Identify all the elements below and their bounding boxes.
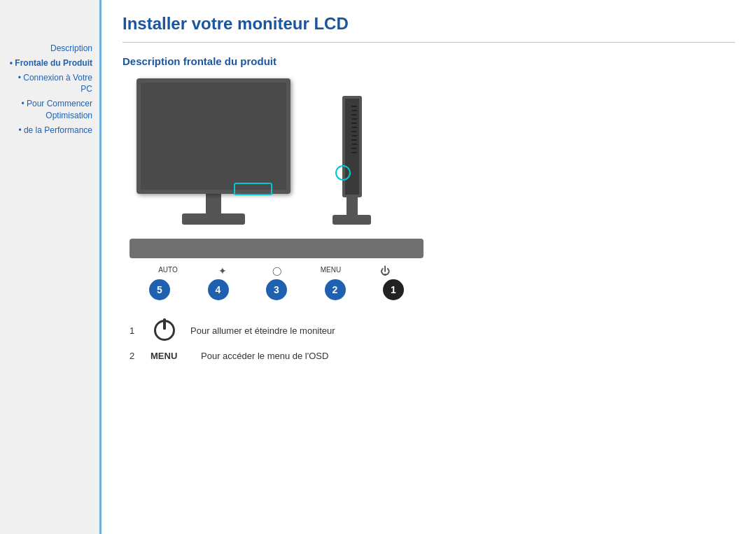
vent-line (351, 122, 357, 124)
sidebar-item-frontale[interactable]: • Frontale du Produit (7, 57, 92, 70)
sidebar-item-description[interactable]: Description (7, 42, 92, 55)
vent-line (351, 110, 357, 111)
vent-line (351, 114, 357, 115)
vent-line (351, 106, 357, 107)
btn-label-menu: MENU (314, 266, 349, 275)
monitor-side-view (332, 96, 371, 225)
vent-line (351, 143, 357, 145)
page-title: Installer votre moniteur LCD (122, 14, 735, 34)
button-bar (130, 239, 424, 258)
vent-line (351, 127, 357, 128)
monitor-images (122, 78, 735, 225)
btn-number-4: 4 (208, 279, 229, 300)
vent-line (351, 139, 357, 141)
sidebar: Description • Frontale du Produit • Conn… (0, 0, 102, 534)
btn-icon-3: ◯ (272, 266, 281, 276)
vent-line (351, 135, 357, 136)
monitor-side-base (332, 215, 371, 225)
button-panel-area: AUTO ✦ ◯ MENU ⏻ 5 4 3 (130, 239, 735, 300)
legend-text-2: Pour accéder le menu de l'OSD (201, 351, 328, 361)
btn-label-menu-text: MENU (321, 266, 341, 274)
monitor-side-frame (342, 96, 362, 197)
legend-item-1: 1 Pour allumer et éteindre le moniteur (130, 320, 735, 341)
power-icon (154, 320, 175, 341)
btn-label-auto: AUTO (150, 266, 186, 275)
sidebar-item-pour[interactable]: • Pour Commencer Optimisation (7, 97, 92, 122)
legend-icon-power (147, 320, 182, 341)
button-numbers-row: 5 4 3 2 1 (130, 279, 424, 300)
highlight-circle-side (335, 165, 351, 181)
btn-label-brightness: ✦ (205, 264, 240, 276)
power-icon-inner (163, 318, 166, 330)
vent-line (351, 131, 357, 132)
section-title: Description frontale du produit (122, 55, 735, 67)
legend-item-2: 2 MENU Pour accéder le menu de l'OSD (130, 351, 735, 361)
btn-icon-4: ✦ (218, 265, 227, 276)
btn-label-power: ⏻ (368, 264, 402, 276)
legend-num-2: 2 (130, 351, 147, 361)
monitor-side-vents (351, 106, 357, 153)
btn-label-auto-text: AUTO (158, 266, 178, 274)
main-content: Installer votre moniteur LCD Description… (102, 0, 756, 534)
legend-section: 1 Pour allumer et éteindre le moniteur 2… (122, 320, 735, 361)
sidebar-item-performance[interactable]: • de la Performance (7, 124, 92, 137)
vent-line (351, 152, 357, 153)
legend-num-1: 1 (130, 325, 147, 336)
legend-text-1: Pour allumer et éteindre le moniteur (190, 325, 335, 336)
monitor-neck-front (206, 194, 221, 213)
vent-line (351, 118, 357, 120)
btn-number-1: 1 (383, 279, 404, 300)
vent-line (351, 148, 357, 149)
monitor-front-view (136, 78, 290, 225)
monitor-base-front (182, 213, 245, 225)
btn-number-3: 3 (266, 279, 287, 300)
highlight-box-front (234, 183, 272, 195)
button-labels-row: AUTO ✦ ◯ MENU ⏻ (130, 264, 424, 276)
legend-word-menu: MENU (150, 351, 192, 361)
btn-number-2: 2 (325, 279, 346, 300)
divider (122, 42, 735, 43)
btn-icon-1: ⏻ (380, 265, 390, 276)
monitor-screen-frame (136, 78, 290, 194)
btn-label-3: ◯ (259, 265, 294, 276)
btn-number-5: 5 (149, 279, 170, 300)
sidebar-item-connexion[interactable]: • Connexion à Votre PC (7, 71, 92, 97)
monitor-screen-inner (141, 83, 286, 190)
monitor-side-neck (346, 197, 358, 215)
